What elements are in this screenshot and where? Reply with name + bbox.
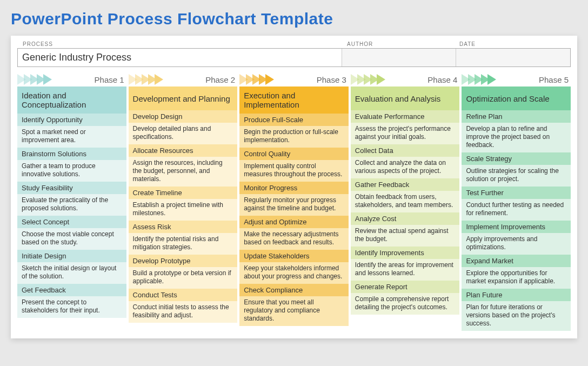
step-description: Review the actual spend against the budg… [351, 225, 460, 247]
step-description: Plan for future iterations or versions b… [462, 301, 571, 331]
step-heading: Create Timeline [129, 187, 238, 199]
step-description: Ensure that you meet all regulatory and … [239, 296, 349, 326]
step-description: Begin the production or full-scale imple… [239, 126, 349, 148]
step-heading: Control Quality [239, 148, 349, 160]
phase-col-4: Phase 4Evaluation and AnalysisEvaluate P… [351, 72, 460, 331]
step-heading: Update Stakeholders [239, 250, 349, 262]
step-description: Conduct initial tests to assess the feas… [129, 301, 238, 323]
step-description: Conduct further testing as needed for re… [462, 199, 571, 221]
phase-arrows-icon [462, 74, 494, 85]
phase-label: Phase 2 [164, 75, 238, 84]
phase-arrows-icon [239, 74, 272, 85]
step-heading: Identify Improvements [351, 247, 460, 259]
step-heading: Evaluate Performance [351, 110, 460, 123]
phase-header: Phase 3 [239, 72, 349, 86]
step-description: Sketch the initial design or layout of t… [17, 262, 126, 284]
step-description: Compile a comprehensive report detailing… [351, 293, 460, 315]
step-heading: Study Feasibility [17, 182, 126, 194]
meta-labels: PROCESS AUTHOR DATE [17, 41, 571, 48]
label-process: PROCESS [19, 41, 344, 48]
step-heading: Implement Improvements [462, 221, 571, 233]
page: PowerPoint Process Flowchart Template PR… [0, 0, 588, 348]
phase-arrows-icon [129, 74, 161, 85]
step-heading: Brainstorm Solutions [17, 148, 126, 160]
phase-arrows-icon [17, 74, 50, 85]
step-description: Explore the opportunities for market exp… [462, 267, 571, 289]
step-heading: Refine Plan [462, 110, 571, 123]
step-description: Establish a project timeline with milest… [129, 199, 238, 221]
step-description: Regularly monitor your progress against … [239, 194, 349, 216]
step-heading: Generate Report [351, 281, 460, 293]
step-description: Spot a market need or improvement area. [17, 126, 126, 148]
page-title: PowerPoint Process Flowchart Template [11, 10, 577, 28]
step-heading: Test Further [462, 187, 571, 199]
phase-title: Execution and Implementation [239, 86, 349, 114]
step-heading: Monitor Progress [239, 182, 349, 194]
phase-label: Phase 3 [275, 75, 349, 84]
step-heading: Identify Opportunity [17, 114, 126, 126]
phase-col-5: Phase 5Optimization and ScaleRefine Plan… [462, 72, 571, 331]
phase-header: Phase 1 [17, 72, 126, 86]
phase-header: Phase 4 [351, 72, 460, 86]
process-field[interactable]: Generic Industry Process [18, 49, 342, 66]
step-description: Present the concept to stakeholders for … [17, 296, 126, 318]
phase-arrows-icon [351, 74, 383, 85]
step-heading: Develop Prototype [129, 255, 238, 267]
step-heading: Adjust and Optimize [239, 216, 349, 228]
step-heading: Check Compliance [239, 284, 349, 296]
step-description: Apply improvements and optimizations. [462, 233, 571, 255]
step-description: Develop detailed plans and specification… [129, 123, 238, 144]
step-description: Gather a team to produce innovative solu… [17, 160, 126, 182]
step-description: Obtain feedback from users, stakeholders… [351, 191, 460, 212]
label-date: DATE [456, 41, 569, 48]
phase-label: Phase 5 [497, 75, 571, 84]
step-description: Evaluate the practicality of the propose… [17, 194, 126, 216]
step-heading: Gather Feedback [351, 178, 460, 191]
step-description: Assess the project's performance against… [351, 123, 460, 144]
step-heading: Get Feedback [17, 284, 126, 296]
author-field[interactable] [342, 49, 456, 66]
phase-label: Phase 4 [386, 75, 460, 84]
step-description: Choose the most viable concept based on … [17, 228, 126, 250]
step-heading: Collect Data [351, 144, 460, 157]
step-description: Make the necessary adjustments based on … [239, 228, 349, 250]
meta-fields: Generic Industry Process [17, 48, 571, 67]
step-description: Develop a plan to refine and improve the… [462, 123, 571, 152]
date-field[interactable] [456, 49, 570, 66]
step-description: Keep your stakeholders informed about yo… [239, 262, 349, 284]
step-heading: Analyze Cost [351, 212, 460, 225]
label-author: AUTHOR [344, 41, 456, 48]
step-heading: Assess Risk [129, 221, 238, 233]
step-description: Collect and analyze the data on various … [351, 157, 460, 178]
step-description: Assign the resources, including the budg… [129, 157, 238, 187]
phase-title: Development and Planning [129, 86, 238, 110]
step-heading: Conduct Tests [129, 289, 238, 301]
phase-label: Phase 1 [53, 75, 126, 84]
step-heading: Develop Design [129, 110, 238, 123]
phase-col-1: Phase 1Ideation and ConceptualizationIde… [17, 72, 126, 331]
template-sheet: PROCESS AUTHOR DATE Generic Industry Pro… [11, 36, 577, 338]
step-description: Implement quality control measures throu… [239, 160, 349, 182]
step-heading: Initiate Design [17, 250, 126, 262]
step-heading: Select Concept [17, 216, 126, 228]
phases-grid: Phase 1Ideation and ConceptualizationIde… [17, 72, 571, 331]
phase-header: Phase 5 [462, 72, 571, 86]
step-heading: Expand Market [462, 255, 571, 267]
step-description: Outline strategies for scaling the solut… [462, 165, 571, 187]
step-heading: Plan Future [462, 289, 571, 301]
phase-header: Phase 2 [129, 72, 238, 86]
step-description: Identify the potential risks and mitigat… [129, 233, 238, 255]
step-description: Build a prototype or beta version if app… [129, 267, 238, 289]
phase-title: Ideation and Conceptualization [17, 86, 126, 114]
step-heading: Produce Full-Scale [239, 114, 349, 126]
phase-col-3: Phase 3Execution and ImplementationProdu… [239, 72, 349, 331]
step-description: Identify the areas for improvement and l… [351, 259, 460, 281]
step-heading: Allocate Resources [129, 144, 238, 157]
phase-col-2: Phase 2Development and PlanningDevelop D… [129, 72, 238, 331]
phase-title: Evaluation and Analysis [351, 86, 460, 110]
phase-title: Optimization and Scale [462, 86, 571, 110]
step-heading: Scale Strategy [462, 152, 571, 165]
